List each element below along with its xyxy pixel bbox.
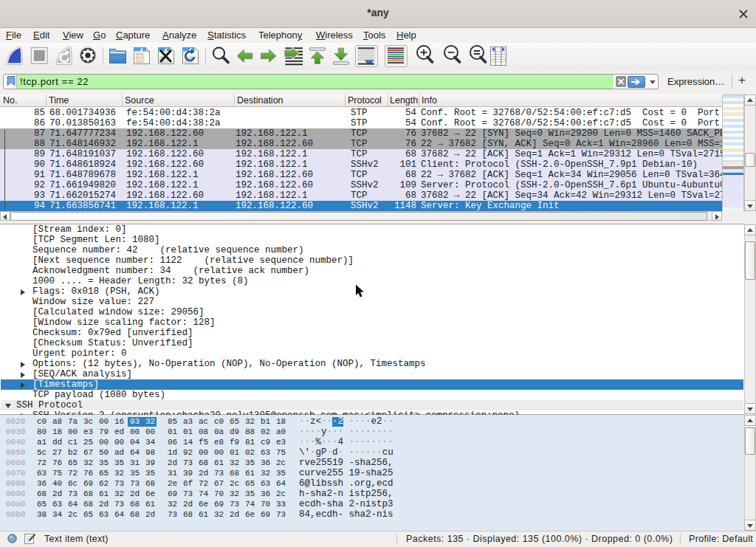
svg-text:0111: 0111 bbox=[136, 60, 144, 63]
